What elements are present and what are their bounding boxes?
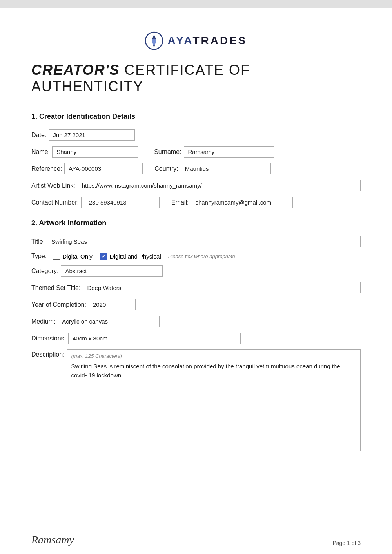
logo-text: AYATRADES bbox=[167, 34, 247, 47]
email-label: Email: bbox=[171, 199, 189, 206]
footer: Ramsamy Page 1 of 3 bbox=[31, 534, 361, 546]
description-row: Description: (max. 125 Characters) Swirl… bbox=[31, 349, 361, 451]
country-label: Country: bbox=[154, 165, 178, 172]
reference-label: Reference: bbox=[31, 165, 62, 172]
weblink-row: Artist Web Link: https://www.instagram.c… bbox=[31, 180, 361, 191]
type-digital-only-label: Digital Only bbox=[62, 253, 93, 260]
description-box: (max. 125 Characters) Swirling Seas is r… bbox=[67, 349, 361, 451]
dimensions-label: Dimensions: bbox=[31, 335, 66, 342]
date-row: Date: Jun 27 2021 bbox=[31, 129, 361, 141]
name-label: Name: bbox=[31, 148, 50, 156]
themed-label: Themed Set Title: bbox=[31, 284, 80, 291]
medium-value: Acrylic on canvas bbox=[58, 316, 160, 327]
description-hint: (max. 125 Characters) bbox=[71, 353, 356, 359]
section1: 1. Creator Identification Details Date: … bbox=[31, 112, 361, 208]
section2-heading: 2. Artwork Information bbox=[31, 219, 361, 227]
type-row: Type: Digital Only ✓ Digital and Physica… bbox=[31, 253, 361, 260]
contact-row: Contact Number: +230 59340913 Email: sha… bbox=[31, 197, 361, 208]
email-value: shannyramsamy@gmail.com bbox=[191, 197, 293, 208]
name-value: Shanny bbox=[52, 146, 138, 158]
description-label: Description: bbox=[31, 349, 64, 358]
category-value: Abstract bbox=[61, 265, 163, 277]
ayatrades-logo-icon bbox=[145, 31, 163, 50]
medium-label: Medium: bbox=[31, 318, 55, 325]
page-number: Page 1 of 3 bbox=[332, 540, 361, 546]
category-label: Category: bbox=[31, 268, 58, 275]
certificate-page: AYATRADES CREATOR'S CERTIFICATE OF AUTHE… bbox=[0, 8, 392, 554]
logo-trades: TRADES bbox=[192, 34, 247, 47]
logo-aya: AYA bbox=[167, 34, 192, 47]
artwork-title-value: Swirling Seas bbox=[47, 236, 361, 247]
contact-value: +230 59340913 bbox=[81, 197, 160, 208]
themed-value: Deep Waters bbox=[83, 282, 361, 293]
type-digital-only-item: Digital Only bbox=[53, 253, 93, 260]
date-label: Date: bbox=[31, 132, 46, 139]
dimensions-row: Dimensions: 40cm x 80cm bbox=[31, 333, 361, 344]
reference-value: AYA-000003 bbox=[64, 163, 143, 174]
dimensions-value: 40cm x 80cm bbox=[68, 333, 241, 344]
section1-heading: 1. Creator Identification Details bbox=[31, 112, 361, 121]
type-hint: Please tick where appropriate bbox=[168, 253, 235, 259]
type-label: Type: bbox=[31, 253, 47, 260]
cert-title: CREATOR'S CERTIFICATE OF AUTHENTICITY bbox=[31, 62, 361, 95]
weblink-label: Artist Web Link: bbox=[31, 182, 75, 189]
surname-label: Surname: bbox=[154, 148, 181, 156]
section2: 2. Artwork Information Title: Swirling S… bbox=[31, 219, 361, 451]
medium-row: Medium: Acrylic on canvas bbox=[31, 316, 361, 327]
checkbox-digital-only[interactable] bbox=[53, 253, 60, 260]
surname-value: Ramsamy bbox=[184, 146, 274, 158]
name-row: Name: Shanny Surname: Ramsamy bbox=[31, 146, 361, 158]
country-value: Mauritius bbox=[181, 163, 271, 174]
weblink-value: https://www.instagram.com/shanny_ramsamy… bbox=[78, 180, 361, 191]
type-digital-physical-item: ✓ Digital and Physical bbox=[100, 253, 161, 260]
year-label: Year of Completion: bbox=[31, 301, 86, 308]
themed-row: Themed Set Title: Deep Waters bbox=[31, 282, 361, 293]
surname-group: Surname: Ramsamy bbox=[154, 146, 274, 158]
reference-row: Reference: AYA-000003 Country: Mauritius bbox=[31, 163, 361, 174]
date-value: Jun 27 2021 bbox=[49, 129, 135, 141]
type-digital-physical-label: Digital and Physical bbox=[110, 253, 161, 260]
email-group: Email: shannyramsamy@gmail.com bbox=[171, 197, 293, 208]
contact-label: Contact Number: bbox=[31, 199, 79, 206]
category-row: Category: Abstract bbox=[31, 265, 361, 277]
cert-title-bold: CREATOR'S bbox=[31, 62, 120, 78]
description-text: Swirling Seas is reminiscent of the cons… bbox=[71, 362, 356, 380]
title-divider bbox=[31, 98, 361, 98]
checkbox-digital-physical[interactable]: ✓ bbox=[100, 253, 107, 260]
country-group: Country: Mauritius bbox=[154, 163, 270, 174]
year-value: 2020 bbox=[89, 299, 136, 310]
logo-area: AYATRADES bbox=[31, 31, 361, 50]
signature: Ramsamy bbox=[31, 534, 74, 546]
artwork-title-label: Title: bbox=[31, 238, 45, 245]
year-row: Year of Completion: 2020 bbox=[31, 299, 361, 310]
artwork-title-row: Title: Swirling Seas bbox=[31, 236, 361, 247]
